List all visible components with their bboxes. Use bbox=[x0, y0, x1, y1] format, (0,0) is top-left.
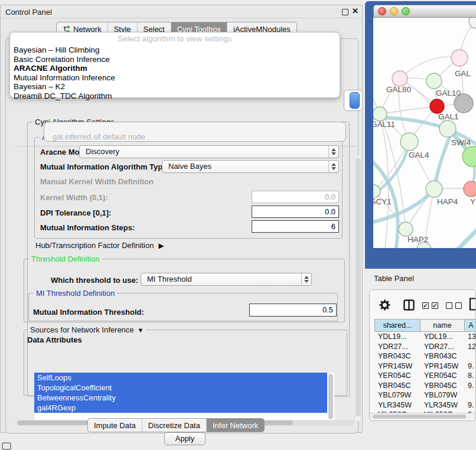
inference-algorithm-combo-partial[interactable] bbox=[344, 90, 363, 111]
table-row[interactable]: YBR043CYBR043C bbox=[374, 351, 476, 361]
close-traffic-light[interactable] bbox=[378, 7, 386, 15]
column-header[interactable]: name bbox=[420, 319, 465, 332]
table-row[interactable]: YBL079WYBL079W bbox=[374, 390, 476, 400]
hub-definition-toggle[interactable]: Hub/Transcription Factor Definition▶ bbox=[35, 241, 164, 250]
data-attributes-label: Data Attributes bbox=[27, 335, 82, 344]
bottom-tab-infer-network[interactable]: Infer Network bbox=[206, 419, 264, 432]
screenshot-stage: Control Panel ✕ NetworkStyleSelectCyni T… bbox=[0, 0, 476, 450]
network-node-gal[interactable] bbox=[451, 50, 468, 66]
document-icon[interactable] bbox=[469, 298, 476, 311]
bottom-tab-bar: Impute DataDiscretize DataInfer Network bbox=[87, 418, 265, 432]
network-node-swi4[interactable] bbox=[439, 120, 456, 137]
table-panel-title: Table Panel bbox=[374, 274, 414, 283]
checkbox-checked-icon[interactable]: ✓ bbox=[422, 302, 429, 309]
group-title: Threshold Definition bbox=[29, 255, 102, 263]
gear-icon[interactable] bbox=[379, 299, 390, 311]
attribute-item[interactable]: BetweennessCentrality bbox=[34, 393, 327, 403]
table-row[interactable]: YPR145WYPR145W9. bbox=[374, 361, 476, 371]
table-row[interactable]: YDR27...YDR27...12 bbox=[374, 342, 476, 352]
close-icon[interactable]: ✕ bbox=[352, 6, 358, 15]
network-node-gcy1[interactable] bbox=[373, 185, 380, 198]
mi-steps-input[interactable]: 6 bbox=[252, 220, 339, 233]
settings-vertical-scrollbar[interactable] bbox=[356, 155, 361, 421]
collapsed-arrow-icon: ▶ bbox=[158, 242, 164, 250]
algorithm-select-popup: Select algorithm to view settings Bayesi… bbox=[9, 32, 340, 98]
split-columns-icon[interactable] bbox=[403, 299, 415, 311]
algorithm-option[interactable]: ARACNE Algorithm bbox=[14, 64, 336, 73]
minimize-traffic-light[interactable] bbox=[390, 7, 398, 15]
float-window-icon[interactable] bbox=[342, 9, 348, 15]
table-row[interactable]: YLR345WYLR345W9. bbox=[374, 400, 476, 410]
table-cell: 9. bbox=[468, 381, 476, 390]
minimized-panel-icon[interactable] bbox=[2, 442, 11, 450]
attributes-vertical-scrollbar[interactable] bbox=[328, 374, 333, 419]
attribute-item[interactable]: gal4RGexp bbox=[34, 403, 327, 413]
table-row[interactable]: YDL19...YDL19...13 bbox=[374, 332, 476, 342]
kernel-width-input[interactable]: 0.0 bbox=[252, 191, 339, 203]
mi-algorithm-type-combo[interactable]: Naive Bayes bbox=[162, 160, 339, 173]
table-data-combo-partial[interactable]: gal.inferred.sif default node bbox=[44, 122, 346, 142]
attribute-item[interactable]: TopologicalCoefficient bbox=[34, 383, 327, 393]
sources-toggle[interactable]: Sources for Network Inference▼ bbox=[28, 325, 146, 334]
table-cell: 9. bbox=[468, 362, 476, 370]
network-node-y[interactable] bbox=[464, 181, 476, 197]
network-edge bbox=[380, 106, 437, 114]
combo-stepper-icon bbox=[328, 146, 338, 158]
network-node-gal10[interactable] bbox=[426, 73, 442, 89]
scrollbar-thumb[interactable] bbox=[373, 415, 466, 419]
algorithm-option[interactable]: Basic Correlation Inference bbox=[14, 55, 336, 64]
algorithm-option[interactable]: Bayesian – K2 bbox=[14, 82, 336, 92]
network-edge-highlighted bbox=[456, 226, 476, 248]
combo-stepper-focused[interactable] bbox=[350, 92, 360, 109]
algorithm-option[interactable]: Bayesian – Hill Climbing bbox=[14, 45, 336, 55]
which-threshold-value: MI Threshold bbox=[147, 273, 192, 285]
network-node-gal11[interactable] bbox=[373, 107, 387, 121]
network-node-gal80[interactable] bbox=[392, 71, 407, 86]
mi-threshold-input[interactable]: 0.5 bbox=[249, 304, 337, 317]
which-threshold-combo[interactable]: MI Threshold bbox=[141, 273, 312, 286]
attribute-item[interactable]: SelfLoops bbox=[34, 373, 327, 383]
apply-button[interactable]: Apply bbox=[164, 432, 206, 445]
network-node-hap2[interactable] bbox=[399, 222, 413, 236]
table-cell: 13 bbox=[468, 332, 476, 341]
table-horizontal-scrollbar[interactable] bbox=[370, 413, 476, 419]
column-header[interactable]: A bbox=[465, 319, 476, 332]
mi-type-value: Naive Bayes bbox=[168, 161, 211, 172]
table-row[interactable]: YBR045CYBR045C9. bbox=[374, 381, 476, 391]
node-label: HAP4 bbox=[437, 197, 458, 206]
kernel-width-label: Kernel Width (0,1): bbox=[40, 193, 108, 202]
scrollbar-thumb[interactable] bbox=[356, 158, 361, 416]
hub-definition-label: Hub/Transcription Factor Definition bbox=[35, 241, 154, 250]
algorithm-option[interactable]: Mutual Information Inference bbox=[14, 73, 336, 83]
table-cell: YER054C bbox=[378, 371, 420, 380]
mi-type-label: Mutual Information Algorithm Type: bbox=[40, 162, 169, 171]
checkbox-checked-icon[interactable]: ✓ bbox=[432, 302, 438, 309]
table-cell: YPR145W bbox=[424, 362, 465, 370]
dpi-tolerance-input[interactable]: 0.0 bbox=[252, 206, 339, 218]
checkbox-unchecked-icon[interactable] bbox=[455, 302, 462, 309]
network-node[interactable] bbox=[469, 18, 476, 28]
zoom-traffic-light[interactable] bbox=[402, 7, 410, 15]
algorithm-option[interactable]: Dream8 DC_TDC Algorithm bbox=[14, 92, 336, 101]
network-node-hap4[interactable] bbox=[426, 181, 442, 197]
network-view[interactable]: GALGAL80GAL10GAL1GAL11SWI4GAL4GCY1HAP4YH… bbox=[373, 18, 476, 248]
node-label: HAP2 bbox=[407, 235, 428, 244]
network-window-titlebar[interactable] bbox=[373, 5, 476, 18]
node-label: GAL bbox=[455, 69, 471, 78]
aracne-mode-combo[interactable]: Discovery bbox=[79, 145, 339, 158]
table-row[interactable]: YER054CYER054C8. bbox=[374, 371, 476, 381]
node-label: GAL4 bbox=[409, 151, 429, 159]
table-cell: YBR043C bbox=[424, 352, 465, 360]
table-cell: YBR043C bbox=[378, 352, 420, 360]
checkbox-unchecked-icon[interactable] bbox=[446, 302, 452, 309]
network-node-gal4[interactable] bbox=[400, 133, 418, 151]
table-cell: YDL19... bbox=[424, 332, 465, 341]
network-node-gal1[interactable] bbox=[430, 99, 444, 113]
table-cell: YLR345W bbox=[424, 401, 465, 409]
panel-title: Control Panel bbox=[5, 8, 52, 17]
bottom-tab-discretize-data[interactable]: Discretize Data bbox=[142, 419, 206, 432]
bottom-tab-impute-data[interactable]: Impute Data bbox=[88, 419, 142, 432]
table-cell: YBR045C bbox=[378, 381, 420, 390]
table-cell: YBL079W bbox=[424, 391, 465, 399]
column-header[interactable]: shared... bbox=[374, 319, 420, 332]
